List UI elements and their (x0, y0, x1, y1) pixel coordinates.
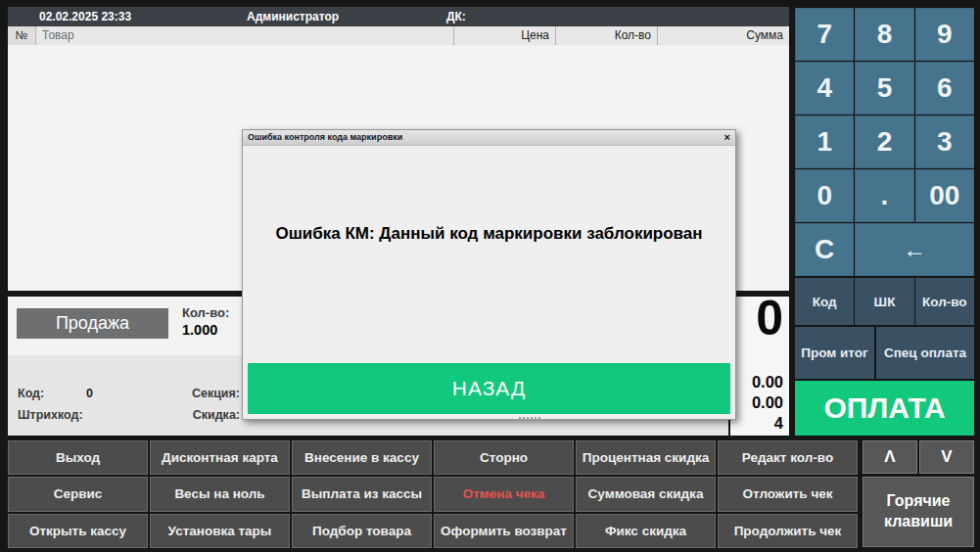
column-qty: Кол-во (556, 26, 658, 45)
key-9[interactable]: 9 (915, 8, 974, 61)
column-number: № (8, 26, 36, 45)
scroll-down-icon[interactable]: V (919, 440, 974, 474)
key-clear[interactable]: C (795, 223, 854, 276)
cashier-name: Администратор (247, 7, 339, 26)
column-price: Цена (454, 26, 556, 45)
discount-card-label: ДК: (446, 7, 466, 26)
back-button[interactable]: НАЗАД (248, 363, 730, 414)
dialog-title: Ошибка контроля кода маркировки (243, 130, 735, 146)
input-mode-row: Код ШК Кол-во (795, 278, 974, 325)
totals-display: 0 0.00 0.00 4 (730, 297, 789, 436)
special-payment-button[interactable]: Спец оплата (876, 327, 974, 379)
numeric-keypad: 7 8 9 4 5 6 1 2 3 0 . 00 C ← (795, 8, 974, 276)
hotkeys-button[interactable]: Горячие клавиши (863, 477, 974, 547)
display-receipt-number: 4 (736, 413, 783, 434)
qty-value: 1.000 (182, 322, 217, 338)
key-00[interactable]: 00 (915, 169, 974, 222)
defer-receipt-button[interactable]: Отложить чек (718, 477, 858, 511)
pos-screen: 02.02.2025 23:33 Администратор ДК: № Тов… (0, 0, 980, 552)
display-main-value: 0 (736, 295, 783, 342)
quantity-button[interactable]: Кол-во (915, 278, 974, 325)
resize-grip (519, 417, 540, 420)
sale-mode-button[interactable]: Продажа (17, 308, 168, 339)
exit-button[interactable]: Выход (8, 440, 148, 475)
sum-discount-button[interactable]: Суммовая скидка (576, 477, 716, 511)
function-button-grid: Выход Дисконтная карта Внесение в кассу … (8, 440, 858, 548)
column-item: Товар (36, 26, 454, 45)
section-label: Секция: (186, 387, 240, 400)
display-total: 0.00 (736, 372, 783, 392)
discount-card-button[interactable]: Дисконтная карта (150, 440, 290, 475)
scales-zero-button[interactable]: Весы на ноль (150, 477, 290, 511)
barcode-button[interactable]: ШК (855, 278, 913, 325)
fixed-discount-button[interactable]: Фикс скидка (576, 514, 716, 548)
key-5[interactable]: 5 (855, 62, 913, 115)
subtotal-row: Пром итог Спец оплата (795, 327, 974, 379)
error-message: Ошибка КМ: Данный код маркировки заблоки… (243, 224, 735, 244)
code-value: 0 (86, 387, 93, 400)
continue-receipt-button[interactable]: Продолжить чек (718, 514, 858, 548)
subtotal-button[interactable]: Пром итог (795, 327, 874, 379)
key-0[interactable]: 0 (795, 169, 854, 222)
barcode-label: Штрихкод: (18, 408, 83, 422)
marking-error-dialog: Ошибка контроля кода маркировки × Ошибка… (242, 129, 736, 420)
cash-out-button[interactable]: Выплата из кассы (292, 477, 432, 511)
product-search-button[interactable]: Подбор товара (292, 514, 432, 548)
code-button[interactable]: Код (795, 278, 854, 325)
key-2[interactable]: 2 (855, 115, 913, 168)
open-drawer-button[interactable]: Открыть кассу (8, 514, 148, 548)
items-table-header: № Товар Цена Кол-во Сумма (8, 26, 789, 46)
datetime-label: 02.02.2025 23:33 (39, 7, 131, 26)
storno-button[interactable]: Сторно (434, 440, 574, 475)
key-6[interactable]: 6 (915, 62, 974, 115)
scroll-up-icon[interactable]: Λ (863, 440, 917, 474)
code-label: Код: (18, 387, 44, 400)
qty-label: Кол-во: (182, 305, 229, 320)
payment-button[interactable]: ОПЛАТА (795, 381, 974, 436)
edit-qty-button[interactable]: Редакт кол-во (718, 440, 858, 475)
key-dot[interactable]: . (855, 169, 913, 222)
key-backspace-icon[interactable]: ← (855, 223, 974, 276)
display-subtotal: 0.00 (736, 392, 783, 413)
top-bar: 02.02.2025 23:33 Администратор ДК: (8, 7, 789, 26)
cash-in-button[interactable]: Внесение в кассу (292, 440, 432, 475)
column-sum: Сумма (658, 26, 789, 45)
key-8[interactable]: 8 (855, 8, 913, 61)
key-7[interactable]: 7 (795, 8, 854, 61)
service-button[interactable]: Сервис (8, 477, 148, 511)
key-3[interactable]: 3 (915, 115, 974, 168)
close-icon[interactable]: × (724, 130, 730, 145)
cancel-receipt-button[interactable]: Отмена чека (434, 477, 574, 511)
percent-discount-button[interactable]: Процентная скидка (576, 440, 716, 475)
key-4[interactable]: 4 (795, 62, 854, 115)
key-1[interactable]: 1 (795, 115, 854, 168)
discount-label: Скидка: (186, 408, 240, 422)
scroll-button-row: Λ V (863, 440, 974, 474)
make-return-button[interactable]: Оформить возврат (434, 514, 574, 548)
set-tare-button[interactable]: Установка тары (150, 514, 290, 548)
